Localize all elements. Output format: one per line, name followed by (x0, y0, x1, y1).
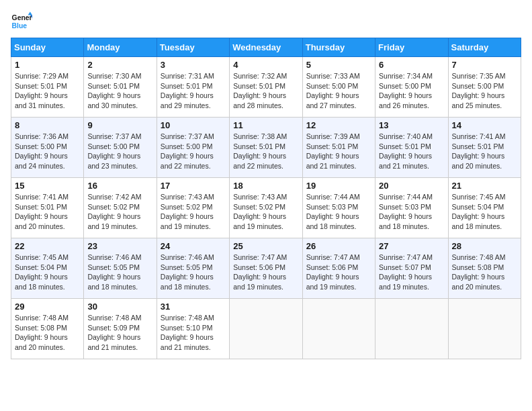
day-number: 6 (379, 60, 444, 70)
day-info: Sunrise: 7:47 AMSunset: 5:06 PMDaylight:… (233, 253, 298, 292)
calendar-cell: 10Sunrise: 7:37 AMSunset: 5:00 PMDayligh… (157, 118, 229, 178)
logo: General Blue (11, 11, 35, 32)
calendar-cell (375, 299, 448, 359)
day-info: Sunrise: 7:48 AMSunset: 5:10 PMDaylight:… (161, 313, 226, 353)
calendar-cell: 26Sunrise: 7:47 AMSunset: 5:06 PMDayligh… (302, 238, 375, 299)
calendar-cell (230, 299, 302, 359)
day-info: Sunrise: 7:41 AMSunset: 5:01 PMDaylight:… (15, 192, 80, 232)
day-number: 22 (15, 241, 80, 251)
calendar-week-row: 22Sunrise: 7:45 AMSunset: 5:04 PMDayligh… (11, 238, 521, 299)
day-number: 18 (233, 181, 298, 191)
header-tuesday: Tuesday (157, 38, 229, 57)
day-number: 3 (161, 60, 226, 70)
header-wednesday: Wednesday (230, 38, 302, 57)
day-info: Sunrise: 7:47 AMSunset: 5:07 PMDaylight:… (379, 253, 444, 292)
day-info: Sunrise: 7:42 AMSunset: 5:02 PMDaylight:… (87, 192, 152, 232)
day-info: Sunrise: 7:43 AMSunset: 5:02 PMDaylight:… (161, 192, 226, 232)
day-number: 8 (15, 120, 80, 130)
day-info: Sunrise: 7:45 AMSunset: 5:04 PMDaylight:… (15, 253, 80, 292)
calendar-header-row: SundayMondayTuesdayWednesdayThursdayFrid… (11, 38, 521, 57)
calendar-cell: 2Sunrise: 7:30 AMSunset: 5:01 PMDaylight… (84, 57, 157, 118)
calendar-cell: 5Sunrise: 7:33 AMSunset: 5:00 PMDaylight… (302, 57, 375, 118)
calendar-cell (448, 299, 521, 359)
day-number: 30 (87, 302, 152, 312)
day-number: 9 (87, 120, 152, 130)
day-info: Sunrise: 7:44 AMSunset: 5:03 PMDaylight:… (379, 192, 444, 232)
day-info: Sunrise: 7:29 AMSunset: 5:01 PMDaylight:… (15, 71, 80, 111)
calendar-table: SundayMondayTuesdayWednesdayThursdayFrid… (11, 38, 521, 359)
calendar-cell: 22Sunrise: 7:45 AMSunset: 5:04 PMDayligh… (11, 238, 84, 299)
day-number: 20 (379, 181, 444, 191)
day-number: 2 (87, 60, 152, 70)
day-number: 11 (233, 120, 298, 130)
header-friday: Friday (375, 38, 448, 57)
calendar-cell: 8Sunrise: 7:36 AMSunset: 5:00 PMDaylight… (11, 118, 84, 178)
day-info: Sunrise: 7:31 AMSunset: 5:01 PMDaylight:… (161, 71, 226, 111)
day-number: 26 (306, 241, 371, 251)
svg-marker-2 (28, 12, 32, 15)
day-info: Sunrise: 7:37 AMSunset: 5:00 PMDaylight:… (87, 132, 152, 171)
day-info: Sunrise: 7:46 AMSunset: 5:05 PMDaylight:… (161, 253, 226, 292)
day-info: Sunrise: 7:33 AMSunset: 5:00 PMDaylight:… (306, 71, 371, 111)
calendar-cell: 18Sunrise: 7:43 AMSunset: 5:02 PMDayligh… (230, 178, 302, 238)
calendar-cell: 19Sunrise: 7:44 AMSunset: 5:03 PMDayligh… (302, 178, 375, 238)
day-number: 23 (87, 241, 152, 251)
day-info: Sunrise: 7:36 AMSunset: 5:00 PMDaylight:… (15, 132, 80, 171)
day-number: 29 (15, 302, 80, 312)
day-number: 10 (161, 120, 226, 130)
header: General Blue (11, 11, 521, 32)
day-info: Sunrise: 7:45 AMSunset: 5:04 PMDaylight:… (452, 192, 517, 232)
logo-icon: General Blue (11, 11, 32, 32)
calendar-cell: 16Sunrise: 7:42 AMSunset: 5:02 PMDayligh… (84, 178, 157, 238)
day-number: 1 (15, 60, 80, 70)
day-info: Sunrise: 7:32 AMSunset: 5:01 PMDaylight:… (233, 71, 298, 111)
calendar-cell: 31Sunrise: 7:48 AMSunset: 5:10 PMDayligh… (157, 299, 229, 359)
calendar-cell: 29Sunrise: 7:48 AMSunset: 5:08 PMDayligh… (11, 299, 84, 359)
calendar-week-row: 29Sunrise: 7:48 AMSunset: 5:08 PMDayligh… (11, 299, 521, 359)
calendar-week-row: 1Sunrise: 7:29 AMSunset: 5:01 PMDaylight… (11, 57, 521, 118)
calendar-cell: 4Sunrise: 7:32 AMSunset: 5:01 PMDaylight… (230, 57, 302, 118)
day-info: Sunrise: 7:39 AMSunset: 5:01 PMDaylight:… (306, 132, 371, 171)
day-number: 4 (233, 60, 298, 70)
calendar-cell: 3Sunrise: 7:31 AMSunset: 5:01 PMDaylight… (157, 57, 229, 118)
day-info: Sunrise: 7:48 AMSunset: 5:08 PMDaylight:… (15, 313, 80, 353)
svg-text:General: General (12, 14, 32, 21)
calendar-cell: 13Sunrise: 7:40 AMSunset: 5:01 PMDayligh… (375, 118, 448, 178)
day-number: 19 (306, 181, 371, 191)
calendar-cell: 24Sunrise: 7:46 AMSunset: 5:05 PMDayligh… (157, 238, 229, 299)
day-info: Sunrise: 7:38 AMSunset: 5:01 PMDaylight:… (233, 132, 298, 171)
day-number: 31 (161, 302, 226, 312)
calendar-cell: 27Sunrise: 7:47 AMSunset: 5:07 PMDayligh… (375, 238, 448, 299)
calendar-week-row: 8Sunrise: 7:36 AMSunset: 5:00 PMDaylight… (11, 118, 521, 178)
calendar-cell: 30Sunrise: 7:48 AMSunset: 5:09 PMDayligh… (84, 299, 157, 359)
calendar-cell: 12Sunrise: 7:39 AMSunset: 5:01 PMDayligh… (302, 118, 375, 178)
day-info: Sunrise: 7:35 AMSunset: 5:00 PMDaylight:… (452, 71, 517, 111)
calendar-cell: 28Sunrise: 7:48 AMSunset: 5:08 PMDayligh… (448, 238, 521, 299)
day-info: Sunrise: 7:48 AMSunset: 5:08 PMDaylight:… (452, 253, 517, 292)
header-monday: Monday (84, 38, 157, 57)
day-number: 5 (306, 60, 371, 70)
calendar-cell: 15Sunrise: 7:41 AMSunset: 5:01 PMDayligh… (11, 178, 84, 238)
day-number: 7 (452, 60, 517, 70)
day-number: 25 (233, 241, 298, 251)
day-info: Sunrise: 7:30 AMSunset: 5:01 PMDaylight:… (87, 71, 152, 111)
calendar-cell: 21Sunrise: 7:45 AMSunset: 5:04 PMDayligh… (448, 178, 521, 238)
header-sunday: Sunday (11, 38, 84, 57)
day-info: Sunrise: 7:37 AMSunset: 5:00 PMDaylight:… (161, 132, 226, 171)
calendar-cell: 11Sunrise: 7:38 AMSunset: 5:01 PMDayligh… (230, 118, 302, 178)
calendar-cell: 17Sunrise: 7:43 AMSunset: 5:02 PMDayligh… (157, 178, 229, 238)
day-info: Sunrise: 7:46 AMSunset: 5:05 PMDaylight:… (87, 253, 152, 292)
calendar-cell: 14Sunrise: 7:41 AMSunset: 5:01 PMDayligh… (448, 118, 521, 178)
calendar-cell (302, 299, 375, 359)
day-number: 24 (161, 241, 226, 251)
day-number: 21 (452, 181, 517, 191)
calendar-cell: 20Sunrise: 7:44 AMSunset: 5:03 PMDayligh… (375, 178, 448, 238)
header-saturday: Saturday (448, 38, 521, 57)
calendar-week-row: 15Sunrise: 7:41 AMSunset: 5:01 PMDayligh… (11, 178, 521, 238)
calendar-cell: 1Sunrise: 7:29 AMSunset: 5:01 PMDaylight… (11, 57, 84, 118)
day-info: Sunrise: 7:34 AMSunset: 5:00 PMDaylight:… (379, 71, 444, 111)
calendar-cell: 25Sunrise: 7:47 AMSunset: 5:06 PMDayligh… (230, 238, 302, 299)
header-thursday: Thursday (302, 38, 375, 57)
svg-text:Blue: Blue (12, 22, 28, 30)
calendar-cell: 6Sunrise: 7:34 AMSunset: 5:00 PMDaylight… (375, 57, 448, 118)
